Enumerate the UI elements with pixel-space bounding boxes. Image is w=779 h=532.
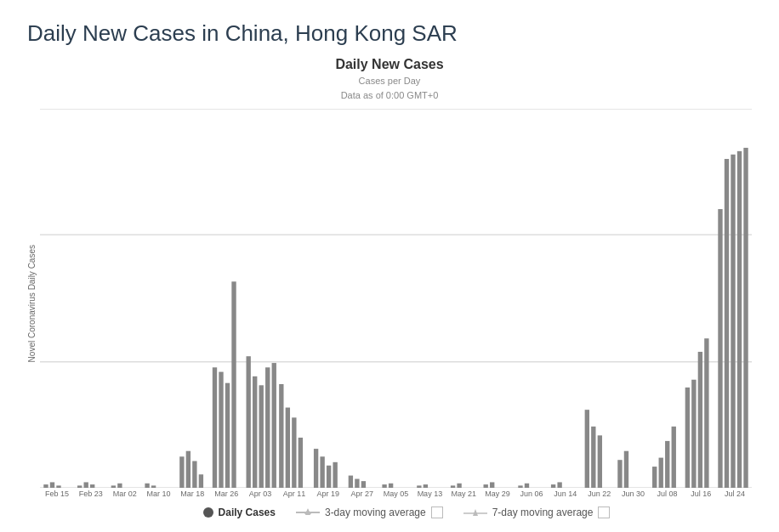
svg-rect-51 <box>525 484 529 488</box>
svg-rect-32 <box>286 408 290 488</box>
svg-rect-38 <box>333 462 337 488</box>
legend-label-3day: 3-day moving average <box>325 507 426 518</box>
svg-rect-68 <box>725 159 729 488</box>
svg-rect-46 <box>451 485 455 488</box>
svg-rect-44 <box>417 485 421 488</box>
svg-rect-26 <box>247 356 251 488</box>
svg-rect-43 <box>389 484 393 488</box>
svg-rect-39 <box>349 476 353 488</box>
legend-line-3day <box>296 512 320 513</box>
svg-rect-71 <box>743 148 748 488</box>
svg-marker-75 <box>473 509 478 516</box>
svg-rect-19 <box>186 451 190 488</box>
svg-rect-9 <box>50 482 54 488</box>
svg-rect-22 <box>213 367 217 488</box>
svg-rect-45 <box>424 484 428 488</box>
svg-rect-67 <box>718 209 722 488</box>
svg-rect-29 <box>265 367 270 488</box>
svg-rect-28 <box>259 385 264 488</box>
svg-rect-14 <box>111 485 116 488</box>
svg-rect-37 <box>327 466 331 488</box>
svg-rect-23 <box>219 372 223 488</box>
page-title: Daily New Cases in China, Hong Kong SAR <box>27 20 752 47</box>
svg-rect-65 <box>698 352 702 488</box>
x-axis-labels: Feb 15 Feb 23 Mar 02 Mar 10 Mar 18 Mar 2… <box>40 488 752 498</box>
legend-label-daily-cases: Daily Cases <box>219 507 276 518</box>
svg-rect-11 <box>77 485 82 488</box>
svg-rect-27 <box>253 376 257 488</box>
svg-rect-12 <box>84 482 88 488</box>
svg-rect-62 <box>672 427 676 488</box>
legend-box-7day <box>598 507 610 518</box>
svg-rect-30 <box>272 363 276 488</box>
x-label: May 13 <box>412 490 446 498</box>
svg-rect-57 <box>617 460 622 488</box>
legend-label-7day: 7-day moving average <box>492 507 594 518</box>
chart-svg: 0 50 100 150 <box>40 109 752 488</box>
x-label: May 29 <box>480 490 515 498</box>
legend-item-7day: 7-day moving average <box>463 507 611 518</box>
svg-rect-31 <box>279 384 283 488</box>
svg-rect-18 <box>179 456 184 488</box>
legend-arrow-7day <box>463 509 487 518</box>
svg-rect-70 <box>737 151 742 488</box>
x-label: May 05 <box>379 490 413 498</box>
legend-dot-daily-cases <box>203 507 213 518</box>
svg-rect-40 <box>355 479 359 488</box>
x-label: Apr 03 <box>243 490 277 498</box>
svg-rect-58 <box>624 451 628 488</box>
legend: Daily Cases 3-day moving average <box>169 507 611 518</box>
svg-rect-47 <box>457 484 461 488</box>
svg-rect-17 <box>151 485 156 488</box>
y-axis-label: Novel Coronavirus Daily Cases <box>27 245 37 362</box>
svg-rect-66 <box>704 338 708 488</box>
svg-rect-53 <box>557 482 561 488</box>
svg-rect-20 <box>192 461 196 488</box>
legend-item-3day: 3-day moving average <box>296 507 443 518</box>
legend-item-daily-cases: Daily Cases <box>203 507 276 518</box>
legend-arrow-3day <box>296 508 320 517</box>
svg-rect-34 <box>299 438 303 488</box>
x-label: Mar 18 <box>175 490 209 498</box>
chart-title: Daily New Cases <box>335 57 443 72</box>
svg-rect-41 <box>361 481 366 488</box>
x-label: Jun 06 <box>515 490 549 498</box>
legend-line-7day <box>463 508 487 517</box>
svg-rect-33 <box>292 417 296 488</box>
svg-rect-61 <box>665 441 669 488</box>
x-label: Feb 15 <box>40 490 74 498</box>
x-label: Apr 11 <box>277 490 311 498</box>
svg-rect-25 <box>231 281 236 488</box>
chart-subtitle: Cases per Day Data as of 0:00 GMT+0 <box>341 74 439 102</box>
legend-box-3day <box>431 507 443 518</box>
x-label: Apr 19 <box>311 490 345 498</box>
svg-rect-35 <box>314 449 318 488</box>
grid-and-bars: 0 50 100 150 <box>40 109 752 488</box>
svg-rect-55 <box>591 427 595 488</box>
chart-container: Daily New Cases Cases per Day Data as of… <box>27 57 752 518</box>
chart-area: Novel Coronavirus Daily Cases 0 50 100 1… <box>27 109 752 498</box>
svg-rect-63 <box>685 388 690 488</box>
svg-rect-59 <box>652 467 657 488</box>
x-label: Jun 30 <box>617 490 651 498</box>
svg-rect-10 <box>56 485 60 488</box>
x-label: Apr 27 <box>345 490 379 498</box>
svg-rect-49 <box>490 482 494 488</box>
svg-rect-42 <box>382 484 386 488</box>
svg-rect-15 <box>117 484 122 488</box>
x-label: Jul 08 <box>650 490 684 498</box>
svg-rect-69 <box>731 155 735 488</box>
x-label: Jul 16 <box>684 490 718 498</box>
svg-rect-56 <box>598 435 602 488</box>
x-label: Feb 23 <box>74 490 108 498</box>
svg-marker-73 <box>305 508 310 515</box>
x-label: May 21 <box>446 490 480 498</box>
x-label: Jun 22 <box>583 490 617 498</box>
svg-rect-48 <box>484 484 488 488</box>
svg-rect-13 <box>90 484 94 488</box>
svg-rect-52 <box>551 484 555 488</box>
svg-rect-16 <box>145 484 149 488</box>
svg-rect-8 <box>43 484 48 488</box>
x-label: Mar 10 <box>142 490 176 498</box>
x-label: Mar 26 <box>209 490 243 498</box>
